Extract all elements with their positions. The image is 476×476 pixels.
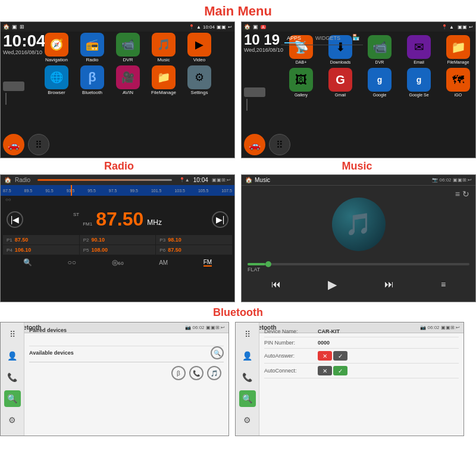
playlist-icon[interactable]: ≡ xyxy=(455,189,460,199)
bt-sidebar-search[interactable]: 🔍 xyxy=(4,390,21,407)
bt-pair-icon[interactable]: β xyxy=(171,366,186,380)
queue-btn[interactable]: ≡ xyxy=(441,280,446,289)
clock-area-1: 10:04 Wed,2016/08/10 xyxy=(3,33,46,55)
radio-controls: |◀ ST FM1 87.50 MHz ▶| xyxy=(1,203,234,235)
autoconnect-on-btn[interactable]: ✓ xyxy=(333,366,347,375)
autoconnect-off-btn[interactable]: ✕ xyxy=(318,366,332,375)
autoanswer-off-btn[interactable]: ✕ xyxy=(318,351,332,361)
battery-icon: ▣▣ xyxy=(217,24,226,30)
bluetooth-screen-2: 🏠 Bluetooth 📷 06:02 ▣▣⊞:↩ ⠿ 👤 📞 🔍 ⚙ Devi… xyxy=(235,322,464,436)
dock-menu-icon[interactable]: ⠿ xyxy=(28,134,49,155)
radio-header: 🏠 Radio 📍▲ 10:04 ▣▣⊞:↩ xyxy=(1,175,234,185)
home-icon[interactable]: 🏠 xyxy=(3,24,10,30)
store-icon[interactable]: 🏪 xyxy=(352,34,359,43)
preset-4[interactable]: P4 106.10 xyxy=(3,245,79,255)
home-icon-2[interactable]: 🏠 xyxy=(244,24,250,30)
bt-sidebar-2: ⠿ 👤 📞 🔍 ⚙ xyxy=(236,322,259,436)
music-status: 📷 06:02 ▣▣⊞:↩ xyxy=(432,177,472,183)
app-navigation[interactable]: 🧭 Navigation xyxy=(42,33,71,63)
app-bluetooth[interactable]: β Bluetooth xyxy=(78,65,107,96)
app2-google-se[interactable]: g Google Se xyxy=(401,68,437,97)
app2-email[interactable]: ✉ Email xyxy=(401,35,437,64)
music-progress-dot xyxy=(265,261,271,267)
bt-sidebar-contact[interactable]: 👤 xyxy=(4,347,21,364)
preset-1[interactable]: P1 87.50 xyxy=(3,235,79,245)
dock-car-icon-2[interactable]: 🚗 xyxy=(244,134,265,155)
bt2-sidebar-call[interactable]: 📞 xyxy=(239,369,256,386)
clock-date-1: Wed,2016/08/10 xyxy=(3,49,46,55)
radio-controls-icons: ▣▣⊞:↩ xyxy=(212,177,231,183)
main-menu-screen-1: 🏠 ▣ ⊞ 📍 ▲ 10:04 ▣▣ ↩ 10:04 Wed,2016/08/1… xyxy=(0,21,235,158)
preset-5[interactable]: P5 108.00 xyxy=(80,245,156,255)
app-browser[interactable]: 🌐 Browser xyxy=(42,65,71,96)
app-radio[interactable]: 📻 Radio xyxy=(78,33,107,63)
preset-6[interactable]: P6 87.50 xyxy=(156,245,232,255)
bt2-sidebar-search[interactable]: 🔍 xyxy=(239,390,256,407)
wifi2-icon: ▲ xyxy=(449,24,454,30)
app2-gmail[interactable]: G Gmail xyxy=(322,68,358,97)
autoconnect-toggle[interactable]: ✕ ✓ xyxy=(318,366,347,375)
music-progress-bar[interactable] xyxy=(248,263,469,265)
app-avin[interactable]: 🎥 AVIN xyxy=(114,65,142,96)
music-progress-fill xyxy=(248,263,265,265)
bt-music-icon[interactable]: 🎵 xyxy=(207,366,221,380)
bt-phone-icon[interactable]: 📞 xyxy=(189,366,203,380)
app2-igo[interactable]: 🗺 iGO xyxy=(440,68,476,97)
bt-sidebar-settings[interactable]: ⚙ xyxy=(4,412,21,428)
dock-menu-icon-2[interactable]: ⠿ xyxy=(269,134,290,155)
app2-dvr[interactable]: 📹 DVR xyxy=(362,35,397,64)
bluetooth-label: Bluetooth xyxy=(0,305,476,321)
bt2-sidebar-grid[interactable]: ⠿ xyxy=(239,326,256,343)
autoconnect-label: AutoConnect: xyxy=(264,368,318,374)
bt-content-1: Paired devices Available devices 🔍 β 📞 🎵 xyxy=(24,322,228,436)
home-icon-radio[interactable]: 🏠 xyxy=(4,177,11,183)
music-label: Music xyxy=(238,158,476,174)
location-icon: 📍 xyxy=(189,24,195,30)
radio-freq: 87.50 xyxy=(96,208,143,230)
fm-btn[interactable]: FM xyxy=(203,259,212,267)
timer-btn[interactable]: ◎₆₀ xyxy=(112,258,124,267)
bt-sidebar-call[interactable]: 📞 xyxy=(4,369,21,386)
app-dvr[interactable]: 📹 DVR xyxy=(114,33,142,63)
app-filemanage[interactable]: 📁 FileManage xyxy=(149,65,178,96)
autoanswer-on-btn[interactable]: ✓ xyxy=(333,351,347,361)
device-name-value: CAR-KIT xyxy=(318,328,340,334)
wifi-icon: ▲ xyxy=(196,24,201,30)
bottom-dock-1: 🚗 ⠿ xyxy=(3,134,232,155)
search-circle-btn[interactable]: 🔍 xyxy=(211,346,224,359)
bt-sidebar-1: ⠿ 👤 📞 🔍 ⚙ xyxy=(1,322,24,436)
radio-screen: 🏠 Radio 📍▲ 10:04 ▣▣⊞:↩ 87.589.591.593.59… xyxy=(0,174,235,302)
play-btn[interactable]: ▶ xyxy=(328,277,337,292)
bt-sidebar-grid[interactable]: ⠿ xyxy=(4,326,21,343)
music-screen: 🏠 Music 📷 06:02 ▣▣⊞:↩ 🎵 ≡ ↻ FLAT ⏮ ▶ ⏭ ≡ xyxy=(241,174,476,302)
shuffle-icon[interactable]: ↻ xyxy=(462,189,469,199)
middle-labels: Radio Music xyxy=(0,158,476,174)
app-video[interactable]: ▶ Video xyxy=(185,33,214,63)
app2-gallery[interactable]: 🖼 Gallery xyxy=(283,68,319,97)
tab-widgets[interactable]: WIDGETS xyxy=(313,34,343,43)
app2-filemanage[interactable]: 📁 FileManage xyxy=(440,35,476,64)
next-track-btn[interactable]: ⏭ xyxy=(384,279,394,290)
tab-apps[interactable]: APPS xyxy=(284,34,303,43)
preset-3[interactable]: P3 98.10 xyxy=(156,235,232,245)
next-btn[interactable]: ▶| xyxy=(212,211,228,228)
zoom-btn[interactable]: 🔍 xyxy=(23,258,32,267)
bt2-sidebar-settings[interactable]: ⚙ xyxy=(239,412,256,428)
music-controls: ⏮ ▶ ⏭ ≡ xyxy=(242,274,475,295)
home-icon-music[interactable]: 🏠 xyxy=(245,177,252,183)
dock-car-icon[interactable]: 🚗 xyxy=(3,134,24,155)
am-btn[interactable]: AM xyxy=(159,259,168,266)
back-icon[interactable]: ↩ xyxy=(228,24,232,30)
bt2-sidebar-contact[interactable]: 👤 xyxy=(239,347,256,364)
autoanswer-toggle[interactable]: ✕ ✓ xyxy=(318,351,347,361)
app-music[interactable]: 🎵 Music xyxy=(149,33,178,63)
app2-google[interactable]: g Google xyxy=(362,68,397,97)
back2-icon[interactable]: ↩ xyxy=(469,24,473,30)
app-settings[interactable]: ⚙ Settings xyxy=(185,65,214,96)
battery2-icon: ▣▣ xyxy=(458,24,467,30)
available-section: Available devices 🔍 xyxy=(29,346,224,362)
prev-track-btn[interactable]: ⏮ xyxy=(271,279,281,290)
preset-2[interactable]: P2 90.10 xyxy=(80,235,156,245)
prev-btn[interactable]: |◀ xyxy=(7,211,23,228)
equalizer-btn[interactable]: ○○ xyxy=(67,258,76,267)
